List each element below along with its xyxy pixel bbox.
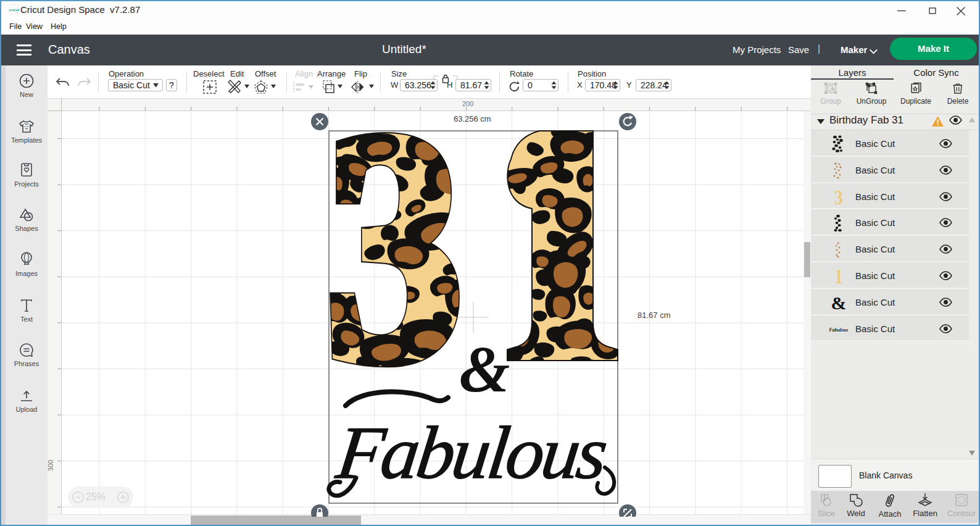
svg-text:Fabulous: Fabulous bbox=[332, 411, 611, 495]
svg-text:&: & bbox=[831, 293, 847, 312]
svg-text:&: & bbox=[459, 333, 510, 406]
svg-text:Fabulous: Fabulous bbox=[829, 327, 848, 333]
svg-text:1: 1 bbox=[834, 267, 843, 286]
svg-text:3: 3 bbox=[834, 188, 843, 207]
